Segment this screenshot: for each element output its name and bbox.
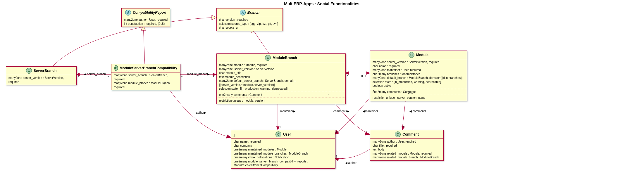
class-name: Comment bbox=[402, 132, 419, 136]
class-icon: C bbox=[114, 65, 118, 71]
class-section: one2many comments : Comment bbox=[370, 89, 467, 95]
class-icon: C bbox=[395, 131, 401, 137]
mult-label: 1 bbox=[336, 155, 338, 158]
class-icon: C bbox=[275, 131, 281, 137]
assoc-label: comments▶ bbox=[333, 110, 349, 113]
class-attrs: many2one server_version : ServerVersion,… bbox=[370, 59, 467, 89]
class-modulebranch: CModuleBranch many2one module : Module, … bbox=[216, 53, 346, 104]
mult-label: * bbox=[347, 75, 348, 78]
mult-label: 1 bbox=[233, 134, 235, 137]
assoc-label: ◀ server_branch bbox=[84, 72, 106, 76]
class-name: User bbox=[283, 132, 291, 136]
abstract-icon: A bbox=[240, 10, 246, 15]
class-attrs: many2one server_version : ServerVersion,… bbox=[6, 75, 76, 85]
class-name: Branch bbox=[247, 11, 259, 15]
svg-marker-7 bbox=[226, 135, 231, 138]
class-attrs: char name : requiredchar companyone2many… bbox=[231, 139, 335, 168]
diagram-title: MultiERP-Apps : Social Functionalities bbox=[263, 1, 380, 6]
class-section: restriction unique : server_version, nam… bbox=[370, 95, 467, 101]
class-icon: C bbox=[409, 52, 414, 58]
mult-label: * bbox=[108, 76, 109, 79]
class-attrs: many2one server_branch : ServerBranch, r… bbox=[111, 72, 180, 90]
class-attrs: many2one author : User, requiredchar tit… bbox=[370, 139, 443, 160]
assoc-label: ◀mantainer bbox=[363, 110, 378, 113]
mult-label: * bbox=[213, 76, 214, 79]
assoc-label: module_branch▶ bbox=[187, 72, 210, 76]
class-compatibilityreport: ACompatibilityReport many2one author : U… bbox=[121, 8, 170, 27]
assoc-label: mantainer▶ bbox=[280, 110, 295, 113]
mult-label: * bbox=[328, 94, 329, 97]
mult-label: * bbox=[373, 90, 374, 93]
class-comment: CComment many2one author : User, require… bbox=[370, 130, 444, 161]
mult-label: 1 bbox=[336, 131, 338, 134]
svg-marker-0 bbox=[212, 15, 216, 20]
class-section: one2many comments : Comment bbox=[217, 92, 345, 98]
mult-label: * bbox=[164, 83, 166, 86]
class-attrs: many2one author : User, requiredint punc… bbox=[122, 17, 170, 27]
assoc-label: author▶ bbox=[196, 111, 206, 114]
class-name: ModuleBranch bbox=[273, 56, 297, 60]
mult-label: * bbox=[181, 76, 182, 79]
class-attrs: char version : requiredselection source_… bbox=[217, 17, 283, 31]
assoc-label: ◀ comments bbox=[409, 110, 426, 113]
mult-label: 0..1 bbox=[361, 75, 366, 78]
mult-label: * bbox=[403, 126, 404, 129]
class-branch: ABranch char version : requiredselection… bbox=[216, 8, 283, 31]
class-msbc: CModuleServerBranchCompatibility many2on… bbox=[111, 64, 180, 90]
class-user: CUser char name : requiredchar companyon… bbox=[231, 130, 335, 169]
mult-label: 1 bbox=[78, 76, 80, 79]
class-name: ServerBranch bbox=[34, 69, 57, 73]
mult-label: * bbox=[366, 150, 367, 154]
class-section: restriction unique : module, version bbox=[217, 98, 345, 104]
class-name: Module bbox=[416, 53, 428, 57]
diagram-canvas: MultiERP-Apps : Social Functionalities A… bbox=[0, 0, 644, 187]
svg-marker-13 bbox=[366, 72, 370, 75]
class-attrs: many2one module : Module, requiredmany2o… bbox=[217, 62, 345, 92]
class-module: CModule many2one server_version : Server… bbox=[370, 51, 467, 101]
class-icon: C bbox=[265, 55, 271, 61]
mult-label: 1 bbox=[279, 126, 281, 129]
abstract-icon: A bbox=[125, 10, 131, 15]
mult-label: * bbox=[279, 94, 280, 97]
class-icon: C bbox=[26, 68, 32, 74]
mult-label: * bbox=[366, 131, 367, 134]
assoc-label: ◀ author bbox=[345, 161, 357, 165]
class-name: CompatibilityReport bbox=[133, 11, 166, 15]
class-name: ModuleServerBranchCompatibility bbox=[120, 66, 177, 70]
mult-label: 0..1 bbox=[408, 91, 413, 94]
svg-marker-10 bbox=[276, 127, 279, 130]
class-serverbranch: CServerBranch many2one server_version : … bbox=[6, 66, 77, 85]
